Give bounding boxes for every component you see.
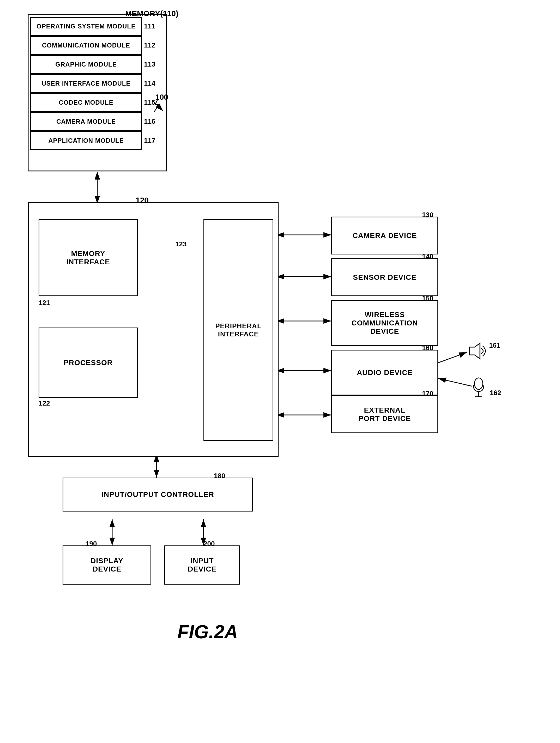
ref-170: 170 — [422, 390, 433, 398]
fig-label: FIG.2A — [177, 621, 238, 643]
memory-label: MEMORY(110) — [125, 9, 178, 18]
ref-140: 140 — [422, 253, 433, 261]
ref-190: 190 — [86, 540, 97, 548]
ref-120: 120 — [136, 196, 149, 205]
ref-180: 180 — [214, 472, 225, 480]
ref-112: 112 — [144, 41, 155, 49]
processor-box: PROCESSOR — [39, 327, 138, 398]
ref-111: 111 — [144, 22, 155, 30]
graphic-module-box: GRAPHIC MODULE — [30, 55, 142, 74]
ref-123: 123 — [175, 240, 186, 248]
ref-114: 114 — [144, 79, 155, 87]
ref-130: 130 — [422, 211, 433, 219]
external-port-box: EXTERNAL PORT DEVICE — [331, 395, 438, 433]
display-device-box: DISPLAY DEVICE — [62, 545, 151, 584]
ui-module-box: USER INTERFACE MODULE — [30, 74, 142, 93]
input-device-box: INPUT DEVICE — [164, 545, 240, 584]
ref-121: 121 — [39, 299, 50, 307]
wireless-device-box: WIRELESS COMMUNICATION DEVICE — [331, 300, 438, 346]
os-module-box: OPERATING SYSTEM MODULE — [30, 17, 142, 36]
sensor-device-box: SENSOR DEVICE — [331, 258, 438, 296]
camera-device-box: CAMERA DEVICE — [331, 217, 438, 255]
ref-150: 150 — [422, 294, 433, 302]
ref-162: 162 — [490, 389, 501, 397]
io-controller-box: INPUT/OUTPUT CONTROLLER — [62, 478, 253, 512]
ref-161: 161 — [489, 341, 500, 349]
ref-116: 116 — [144, 118, 155, 126]
ref-200: 200 — [203, 540, 215, 548]
comm-module-box: COMMUNICATION MODULE — [30, 36, 142, 55]
audio-device-box: AUDIO DEVICE — [331, 350, 438, 395]
mic-icon — [469, 376, 488, 399]
app-module-box: APPLICATION MODULE — [30, 131, 142, 150]
svg-point-21 — [474, 378, 483, 389]
svg-line-14 — [438, 352, 467, 363]
diagram: MEMORY(110) OPERATING SYSTEM MODULE 111 … — [0, 0, 560, 743]
svg-marker-20 — [469, 343, 480, 359]
ref100-arrow — [150, 98, 166, 114]
memory-interface-box: MEMORY INTERFACE — [39, 219, 138, 296]
codec-module-box: CODEC MODULE — [30, 93, 142, 112]
svg-line-15 — [438, 379, 472, 386]
ref-160: 160 — [422, 344, 433, 352]
speaker-icon — [467, 341, 488, 361]
ref-122: 122 — [39, 399, 50, 407]
peripheral-interface-box: PERIPHERAL INTERFACE — [203, 219, 273, 441]
camera-module-box: CAMERA MODULE — [30, 112, 142, 131]
ref-117: 117 — [144, 136, 155, 144]
ref-113: 113 — [144, 60, 155, 69]
